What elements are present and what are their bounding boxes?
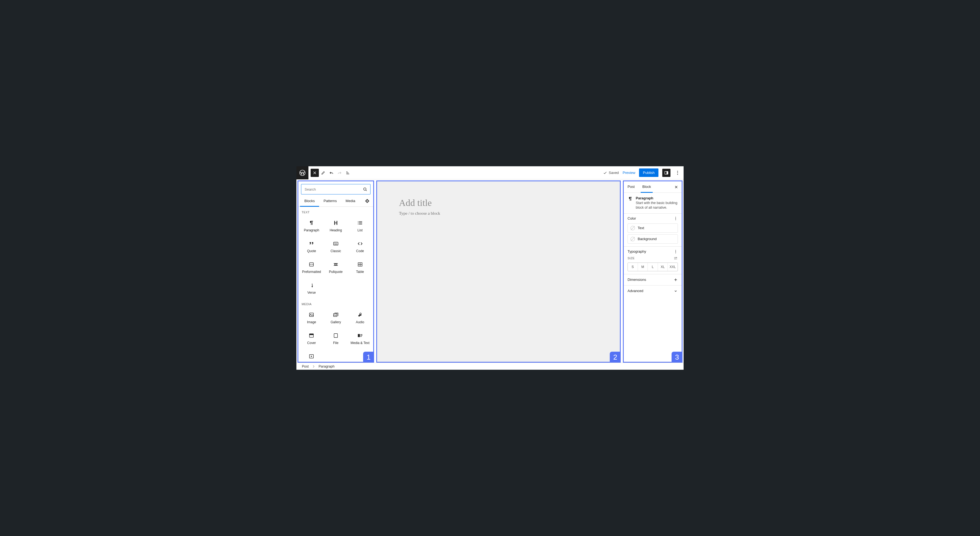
- block-search[interactable]: [301, 184, 371, 194]
- tab-block[interactable]: Block: [638, 181, 655, 192]
- block-item-label: Image: [307, 320, 316, 324]
- custom-size-button[interactable]: [673, 256, 678, 260]
- editor-frame: Saved Preview Publish Blocks Pat: [296, 166, 684, 370]
- list-icon: [357, 219, 363, 226]
- preformatted-icon: [308, 261, 315, 268]
- gallery-icon: [332, 312, 339, 318]
- quote-icon: [308, 240, 315, 247]
- block-item-classic[interactable]: Classic: [324, 236, 348, 257]
- background-color-button[interactable]: Background: [628, 234, 678, 244]
- tab-media[interactable]: Media: [341, 196, 360, 207]
- block-breadcrumb: Post Paragraph: [296, 363, 684, 370]
- color-options-button[interactable]: [673, 216, 678, 221]
- tools-button[interactable]: [320, 169, 327, 177]
- block-item-label: List: [357, 228, 363, 232]
- block-item-video[interactable]: Video: [299, 349, 324, 362]
- editor-canvas[interactable]: Add title Type / to choose a block 2: [376, 180, 621, 363]
- tab-post[interactable]: Post: [624, 181, 638, 192]
- block-item-gallery[interactable]: Gallery: [324, 307, 348, 328]
- block-item-table[interactable]: Table: [348, 257, 372, 278]
- font-size-presets: SMLXLXXL: [628, 262, 678, 271]
- typography-options-button[interactable]: [673, 250, 678, 254]
- size-option-m[interactable]: M: [638, 263, 648, 271]
- block-title: Paragraph: [636, 196, 678, 200]
- table-icon: [357, 261, 363, 268]
- video-icon: [308, 353, 315, 359]
- document-overview-button[interactable]: [344, 169, 352, 177]
- publish-button[interactable]: Publish: [639, 169, 659, 177]
- save-status-label: Saved: [609, 171, 619, 175]
- settings-panel: Post Block Paragraph Start with the basi…: [623, 180, 682, 363]
- chevron-down-icon: [673, 289, 678, 293]
- block-item-file[interactable]: File: [324, 328, 348, 349]
- block-item-list[interactable]: List: [348, 215, 372, 236]
- block-item-paragraph[interactable]: Paragraph: [299, 215, 324, 236]
- none-swatch-icon: [630, 226, 635, 230]
- heading-icon: [332, 219, 339, 226]
- block-item-heading[interactable]: Heading: [324, 215, 348, 236]
- dimensions-label: Dimensions: [628, 278, 646, 282]
- redo-button[interactable]: [336, 169, 344, 177]
- block-item-pullquote[interactable]: Pullquote: [324, 257, 348, 278]
- breadcrumb-item[interactable]: Post: [302, 364, 309, 368]
- paragraph-block[interactable]: Type / to choose a block: [399, 211, 598, 216]
- block-item-preformatted[interactable]: Preformatted: [299, 257, 324, 278]
- block-item-code[interactable]: Code: [348, 236, 372, 257]
- inserter-toggle-button[interactable]: [310, 169, 319, 177]
- advanced-section-toggle[interactable]: Advanced: [624, 286, 682, 296]
- explore-icon: [364, 198, 370, 204]
- typography-section: Typography SIZE SMLXLXXL: [624, 247, 682, 274]
- inserter-panel: Blocks Patterns Media TEXTParagraphHeadi…: [298, 180, 374, 363]
- size-option-l[interactable]: L: [648, 263, 658, 271]
- color-section-title: Color: [628, 216, 636, 220]
- workspace: Blocks Patterns Media TEXTParagraphHeadi…: [296, 180, 684, 363]
- block-description: Start with the basic building block of a…: [636, 201, 678, 210]
- close-settings-button[interactable]: [672, 183, 680, 191]
- chip-label: Background: [638, 237, 657, 241]
- more-options-button[interactable]: [674, 170, 681, 176]
- paragraph-icon: [308, 219, 315, 226]
- verse-icon: [308, 282, 315, 288]
- paragraph-icon: [628, 196, 633, 210]
- size-option-xxl[interactable]: XXL: [667, 263, 678, 271]
- classic-icon: [332, 240, 339, 247]
- block-item-label: Table: [356, 270, 364, 274]
- annotation-badge-3: 3: [671, 352, 682, 363]
- block-item-quote[interactable]: Quote: [299, 236, 324, 257]
- kebab-icon: [675, 170, 680, 176]
- size-option-s[interactable]: S: [628, 263, 638, 271]
- preview-button[interactable]: Preview: [623, 171, 635, 175]
- search-input[interactable]: [304, 187, 363, 192]
- block-item-label: File: [333, 341, 338, 345]
- size-option-xl[interactable]: XL: [658, 263, 668, 271]
- block-item-label: Gallery: [331, 320, 341, 324]
- block-item-cover[interactable]: Cover: [299, 328, 324, 349]
- undo-button[interactable]: [328, 169, 335, 177]
- block-item-image[interactable]: Image: [299, 307, 324, 328]
- tab-blocks[interactable]: Blocks: [300, 196, 319, 207]
- tab-patterns[interactable]: Patterns: [319, 196, 341, 207]
- block-item-label: Pullquote: [329, 270, 343, 274]
- breadcrumb-item[interactable]: Paragraph: [318, 364, 334, 368]
- check-icon: [603, 171, 607, 175]
- cover-icon: [308, 332, 315, 339]
- settings-toggle-button[interactable]: [662, 169, 670, 177]
- code-icon: [357, 240, 363, 247]
- block-item-mediatext[interactable]: Media & Text: [348, 328, 372, 349]
- block-item-label: Preformatted: [302, 270, 321, 274]
- patterns-explorer-button[interactable]: [363, 196, 372, 207]
- wordpress-logo[interactable]: [296, 166, 309, 180]
- close-icon: [674, 185, 678, 189]
- text-color-button[interactable]: Text: [628, 223, 678, 233]
- audio-icon: [357, 312, 363, 318]
- dimensions-section-toggle[interactable]: Dimensions: [624, 274, 682, 286]
- block-item-verse[interactable]: Verse: [299, 278, 324, 299]
- advanced-label: Advanced: [628, 289, 643, 293]
- category-label: TEXT: [299, 207, 372, 215]
- block-item-label: Paragraph: [304, 228, 319, 232]
- annotation-badge-2: 2: [610, 352, 621, 363]
- block-item-audio[interactable]: Audio: [348, 307, 372, 328]
- sliders-icon: [673, 256, 678, 260]
- post-title-input[interactable]: Add title: [399, 198, 598, 208]
- plus-icon: [673, 278, 678, 282]
